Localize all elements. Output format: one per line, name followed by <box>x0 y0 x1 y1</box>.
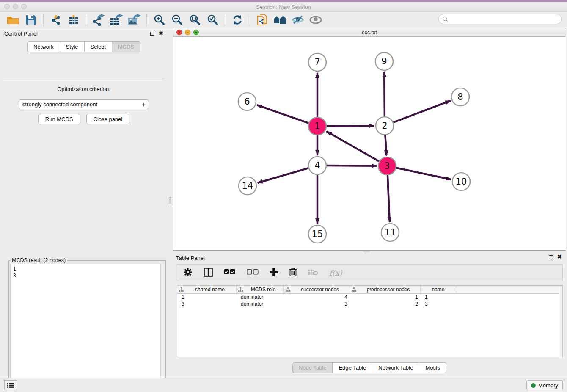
zoom-fit-button[interactable] <box>186 13 204 27</box>
node-2[interactable]: 2 <box>376 117 394 135</box>
node-label: 10 <box>456 177 467 187</box>
export-network-button[interactable] <box>90 13 107 27</box>
column-header-MCDS-role[interactable]: MCDS role <box>237 286 284 293</box>
column-label: successor nodes <box>290 287 350 293</box>
open-session-button[interactable] <box>4 13 22 27</box>
optimization-criterion-dropdown[interactable]: strongly connected component ▲▼ <box>19 99 149 109</box>
table-settings-button[interactable] <box>183 268 193 278</box>
edge-3-1[interactable] <box>327 131 380 161</box>
memory-label: Memory <box>538 382 558 389</box>
cell-r0-successor-nodes[interactable]: 4 <box>284 294 350 301</box>
node-4[interactable]: 4 <box>308 157 326 174</box>
cell-r1-name[interactable]: 3 <box>421 301 456 307</box>
table-row: 3dominator323 <box>177 301 562 307</box>
first-neighbors-button[interactable] <box>271 13 289 27</box>
splitter-grip[interactable] <box>169 197 171 204</box>
search-input[interactable] <box>438 14 562 24</box>
tab-network-table[interactable]: Network Table <box>372 362 419 373</box>
unselect-all-columns-button[interactable] <box>247 269 259 276</box>
vertical-splitter[interactable] <box>168 28 172 251</box>
edge-2-9[interactable] <box>384 72 385 117</box>
edge-3-10[interactable] <box>396 168 451 179</box>
tab-network[interactable]: Network <box>27 41 60 52</box>
export-table-icon <box>109 14 124 26</box>
node-label: 1 <box>314 121 320 131</box>
export-table-button[interactable] <box>107 13 125 27</box>
zoom-selected-button[interactable] <box>204 13 221 27</box>
cell-r1-shared-name[interactable]: 3 <box>177 301 237 307</box>
zoom-in-button[interactable] <box>150 13 168 27</box>
show-panels-button[interactable] <box>4 380 17 390</box>
import-network-button[interactable] <box>47 13 65 27</box>
close-panel-button[interactable]: Close panel <box>86 114 130 124</box>
cell-r0-predecessor-nodes[interactable]: 1 <box>350 294 421 301</box>
network-canvas[interactable]: 7 9 6 8 1 2 4 3 14 10 15 11 <box>173 37 566 250</box>
node-15[interactable]: 15 <box>308 225 326 243</box>
column-header-predecessor-nodes[interactable]: predecessor nodes <box>350 286 421 293</box>
export-image-button[interactable] <box>125 13 143 27</box>
node-10[interactable]: 10 <box>452 173 470 190</box>
node-1[interactable]: 1 <box>308 117 326 135</box>
float-table-panel-icon[interactable] <box>549 255 553 259</box>
new-network-from-selection-button[interactable] <box>253 13 271 27</box>
toggle-column-view-button[interactable] <box>204 268 213 278</box>
close-table-panel-icon[interactable]: ✖ <box>557 255 562 259</box>
zoom-out-icon <box>171 14 183 25</box>
node-3[interactable]: 3 <box>378 157 396 175</box>
save-session-button[interactable] <box>22 13 40 27</box>
cell-r0-name[interactable]: 1 <box>421 294 456 301</box>
create-column-button[interactable] <box>270 268 278 278</box>
node-table: shared nameMCDS rolesuccessor nodesprede… <box>177 285 563 357</box>
close-panel-icon[interactable]: ✖ <box>159 31 163 36</box>
delete-column-button[interactable] <box>289 268 297 278</box>
edge-3-11[interactable] <box>388 175 390 222</box>
zoom-out-button[interactable] <box>168 13 186 27</box>
node-9[interactable]: 9 <box>375 52 393 70</box>
tab-style[interactable]: Style <box>60 41 85 52</box>
toolbar-separator <box>86 14 86 26</box>
tab-edge-table[interactable]: Edge Table <box>333 362 372 373</box>
cell-r0-shared-name[interactable]: 1 <box>177 294 237 301</box>
cell-r1-successor-nodes[interactable]: 3 <box>284 301 350 307</box>
node-8[interactable]: 8 <box>451 88 469 106</box>
toolbar-separator <box>146 14 147 26</box>
tab-node-table[interactable]: Node Table <box>292 362 333 373</box>
show-all-button[interactable] <box>307 13 325 27</box>
memory-status-icon <box>531 383 536 388</box>
edge-4-14[interactable] <box>258 168 309 183</box>
node-7[interactable]: 7 <box>308 53 326 71</box>
edge-4-3[interactable] <box>326 166 377 166</box>
mcds-result-scrollbar[interactable] <box>160 264 164 392</box>
float-panel-icon[interactable] <box>150 32 154 36</box>
node-11[interactable]: 11 <box>381 224 399 241</box>
tab-select[interactable]: Select <box>85 41 112 52</box>
toolbar-separator <box>43 14 44 26</box>
edge-2-8[interactable] <box>393 101 451 123</box>
edge-1-6[interactable] <box>257 105 309 123</box>
window-title: Session: New Session <box>0 4 567 10</box>
tab-motifs[interactable]: Motifs <box>419 362 446 373</box>
edge-2-3[interactable] <box>385 135 386 155</box>
column-header-successor-nodes[interactable]: successor nodes <box>284 286 350 293</box>
import-table-button[interactable] <box>65 13 83 27</box>
hide-selection-button[interactable] <box>289 13 307 27</box>
node-6[interactable]: 6 <box>238 93 256 110</box>
apply-layout-button[interactable] <box>228 13 246 27</box>
memory-button[interactable]: Memory <box>526 380 563 390</box>
cell-r1-MCDS-role[interactable]: dominator <box>237 301 284 307</box>
trash-icon <box>289 268 297 278</box>
list-icon <box>7 382 14 388</box>
column-header-shared-name[interactable]: shared name <box>177 286 237 293</box>
node-14[interactable]: 14 <box>239 177 256 195</box>
run-mcds-button[interactable]: Run MCDS <box>38 114 80 124</box>
cell-r1-predecessor-nodes[interactable]: 2 <box>350 301 421 307</box>
column-label: name <box>421 287 456 293</box>
tab-mcds[interactable]: MCDS <box>112 41 140 52</box>
column-header-name[interactable]: name <box>421 286 456 293</box>
mcds-result-list[interactable]: 1 3 <box>10 264 164 392</box>
cell-r0-MCDS-role[interactable]: dominator <box>237 294 284 301</box>
select-all-columns-button[interactable] <box>224 269 236 276</box>
edge-1-2[interactable] <box>326 126 374 126</box>
table-scrollbar[interactable] <box>559 286 562 357</box>
gear-icon <box>183 268 193 278</box>
